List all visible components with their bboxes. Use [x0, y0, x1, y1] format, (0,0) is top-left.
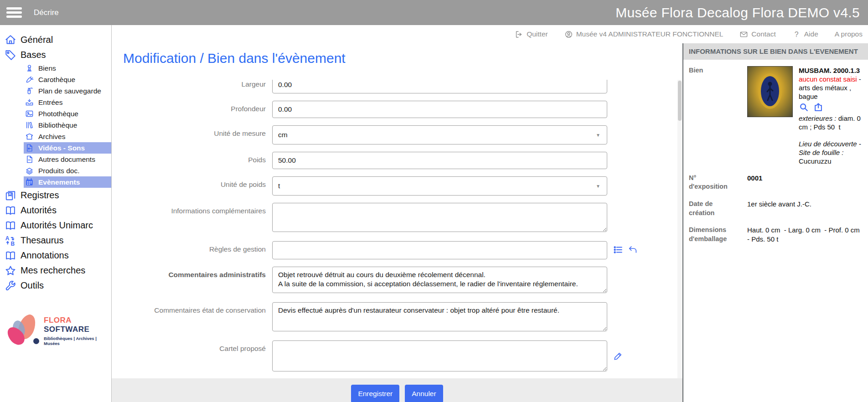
sidebar-item-label: Autorités Unimarc: [21, 220, 93, 231]
regles-gestion-input[interactable]: [272, 241, 607, 259]
flora-app: Décrire Musée Flora Decalog Flora DEMO v…: [0, 0, 868, 402]
star-icon: [5, 265, 16, 277]
sidebar-item-general[interactable]: Général: [0, 32, 111, 47]
informations-complementaires-textarea[interactable]: [272, 203, 607, 232]
util-label: A propos: [835, 30, 863, 38]
form-scrollbar[interactable]: [677, 80, 682, 378]
util-quitter[interactable]: Quitter: [515, 30, 548, 39]
form-row-commentaires-administratifs: Commentaires administratifs: [112, 267, 682, 295]
search-icon[interactable]: [799, 102, 809, 112]
panel-row-label: Date de création: [689, 200, 747, 217]
unite-poids-select[interactable]: t▼: [272, 176, 607, 196]
fire-extinguisher-icon: [25, 87, 34, 95]
page-title: Modification / Bien dans l'évènement: [123, 51, 682, 66]
sidebar-item-evenements[interactable]: Evènements: [24, 176, 111, 188]
sidebar-item-bibliotheque[interactable]: Bibliothèque: [24, 119, 111, 131]
paper-stack-icon: [25, 166, 34, 175]
sidebar-item-label: Bibliothèque: [38, 121, 77, 129]
panel-row-value: 1er siècle avant J.-C.: [747, 200, 863, 217]
field-icons: [613, 351, 623, 361]
calendar-icon: [25, 178, 34, 186]
sidebar-item-carotheque[interactable]: Carothèque: [24, 74, 111, 85]
sidebar-item-annotations[interactable]: Annotations: [0, 248, 111, 263]
books-icon: [25, 121, 34, 129]
cancel-button[interactable]: Annuler: [405, 385, 443, 402]
question-icon: ?: [792, 30, 801, 39]
bien-status: aucun constat saisi: [799, 75, 857, 83]
panel-row-value: Haut. 0 cm - Larg. 0 cm - Prof. 0 cm - P…: [747, 226, 863, 243]
util-user[interactable]: Musée v4 ADMINISTRATEUR FONCTIONNEL: [564, 30, 723, 39]
unite-mesure-select[interactable]: cm▼: [272, 125, 607, 144]
sidebar-item-label: Mes recherches: [21, 265, 85, 276]
field-label-informations-complementaires: Informations complémentaires: [112, 203, 272, 215]
form-row-commentaires-etat-conservation: Commentaires état de conservation: [112, 302, 682, 333]
sidebar-item-label: Entrées: [38, 98, 62, 107]
panel-row-label: N° d'exposition: [689, 174, 747, 191]
sidebar-item-label: Thesaurus: [21, 235, 64, 246]
sidebar-item-videos-sons[interactable]: Vidéos - Sons: [24, 142, 111, 154]
lieu-value: Cucuruzzu: [799, 157, 832, 165]
sidebar-item-archives[interactable]: Archives: [24, 131, 111, 142]
brand-tagline: Bibliothèques | Archives | Musées: [44, 336, 111, 346]
sidebar-item-entrees[interactable]: Entrées: [24, 97, 111, 108]
util-aide[interactable]: ?Aide: [792, 30, 818, 39]
sidebar-item-thesaurus[interactable]: ABThesaurus: [0, 233, 111, 248]
module-label: Décrire: [34, 8, 59, 17]
svg-text:B: B: [11, 241, 15, 247]
field-label-commentaires-etat-conservation: Commentaires état de conservation: [112, 302, 272, 314]
commentaires-etat-conservation-textarea[interactable]: [272, 302, 607, 331]
action-bar: Enregistrer Annuler: [112, 378, 682, 402]
util-label: Musée v4 ADMINISTRATEUR FONCTIONNEL: [576, 30, 723, 38]
cartel-propose-textarea[interactable]: [272, 340, 607, 371]
commentaires-administratifs-textarea[interactable]: [272, 267, 607, 293]
panel-row-value: 0001: [747, 174, 863, 191]
bien-id: MUSBAM. 2000.1.3: [799, 67, 860, 74]
sidebar-item-mes-recherches[interactable]: Mes recherches: [0, 263, 111, 278]
svg-text:?: ?: [795, 31, 799, 38]
sidebar-item-phototheque[interactable]: Photothèque: [24, 108, 111, 119]
sidebar-item-autorites-unimarc[interactable]: Autorités Unimarc: [0, 218, 111, 233]
undo-icon[interactable]: [628, 245, 638, 255]
scrollbar-thumb[interactable]: [678, 81, 682, 121]
sidebar-item-autorites[interactable]: Autorités: [0, 203, 111, 218]
flora-logo: FLORA SOFTWARE Bibliothèques | Archives …: [7, 314, 111, 348]
hamburger-menu-icon[interactable]: [6, 5, 23, 20]
field-icons: [613, 245, 638, 255]
sidebar-item-label: Outils: [21, 280, 44, 291]
sidebar-item-plan-sauvegarde[interactable]: Plan de sauvegarde: [24, 85, 111, 97]
pencil-icon[interactable]: [613, 351, 623, 361]
sidebar-item-registres[interactable]: Registres: [0, 188, 111, 203]
sidebar-item-label: Evènements: [38, 178, 80, 186]
dims-ext-label: exterieures :: [799, 114, 837, 122]
largeur-input[interactable]: [272, 80, 607, 93]
bien-thumbnail[interactable]: [747, 66, 793, 117]
app-title: Musée Flora Decalog Flora DEMO v4.5: [615, 5, 860, 21]
util-apropos[interactable]: A propos: [835, 30, 863, 38]
select-value: cm: [278, 131, 288, 139]
util-contact[interactable]: Contact: [739, 30, 775, 39]
sidebar-item-biens[interactable]: Biens: [24, 62, 111, 74]
sidebar-item-outils[interactable]: Outils: [0, 278, 111, 293]
poids-input[interactable]: [272, 152, 607, 169]
select-value: t: [278, 182, 280, 190]
form-row-regles-gestion: Règles de gestion: [112, 241, 682, 259]
sidebar-item-label: Produits doc.: [38, 167, 79, 175]
form-row-profondeur: Profondeur: [112, 101, 682, 118]
sidebar-item-autres-documents[interactable]: Autres documents: [24, 154, 111, 165]
sidebar-item-bases[interactable]: Bases: [0, 47, 111, 62]
list-icon[interactable]: [613, 245, 623, 255]
info-panel: INFORMATIONS SUR LE BIEN DANS L'EVENEMEN…: [682, 43, 868, 402]
sidebar-item-label: Autres documents: [38, 155, 95, 164]
profondeur-input[interactable]: [272, 101, 607, 118]
panel-row: Date de création1er siècle avant J.-C.: [689, 200, 863, 217]
save-button[interactable]: Enregistrer: [351, 385, 399, 402]
sidebar: GénéralBasesBiensCarothèquePlan de sauve…: [0, 25, 112, 402]
field-label-commentaires-administratifs: Commentaires administratifs: [112, 267, 272, 279]
sidebar-item-produits-doc[interactable]: Produits doc.: [24, 165, 111, 176]
flora-flower-icon: [7, 314, 41, 348]
bien-row: Bien: [689, 66, 863, 165]
field-label-unite-poids: Unité de poids: [112, 176, 272, 189]
info-panel-header: INFORMATIONS SUR LE BIEN DANS L'EVENEMEN…: [683, 43, 868, 60]
export-icon[interactable]: [813, 102, 823, 112]
form-row-informations-complementaires: Informations complémentaires: [112, 203, 682, 234]
